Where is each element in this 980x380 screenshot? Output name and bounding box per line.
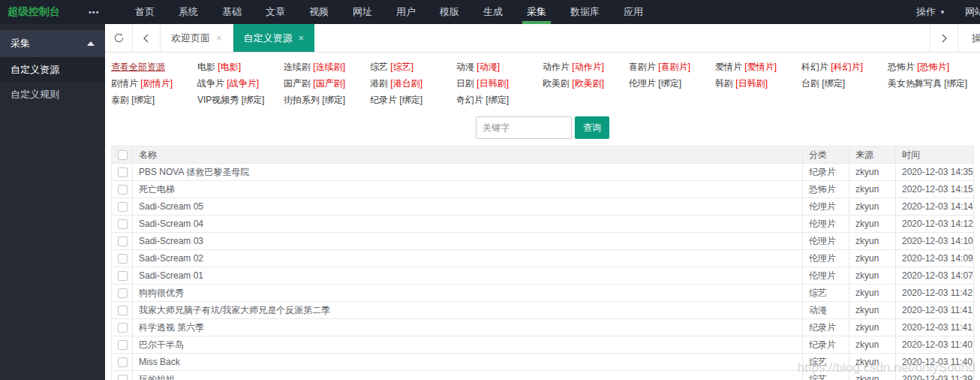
table-row[interactable]: Sadi-Scream 04伦理片zkyun2020-12-03 14:12:4… [112, 216, 974, 233]
row-checkbox[interactable] [118, 202, 128, 212]
nav-item-基础[interactable]: 基础 [210, 0, 254, 24]
category-link-街拍系列[interactable]: 街拍系列 [绑定] [284, 94, 370, 106]
nav-item-数据库[interactable]: 数据库 [558, 0, 612, 24]
sidebar-header-collapse[interactable]: 采集 [0, 30, 105, 57]
nav-item-用户[interactable]: 用户 [384, 0, 428, 24]
table-row[interactable]: 狗狗很优秀综艺zkyun2020-12-03 11:42:33 [112, 285, 974, 302]
tab-自定义资源[interactable]: 自定义资源× [233, 24, 315, 52]
table-row[interactable]: 死亡电梯恐怖片zkyun2020-12-03 14:15:13 [112, 181, 974, 198]
more-menu-icon[interactable]: ••• [89, 8, 123, 17]
category-link-日剧[interactable]: 日剧 [日韩剧] [456, 77, 543, 89]
table-row[interactable]: Sadi-Scream 01伦理片zkyun2020-12-03 14:07:1… [112, 267, 974, 285]
nav-item-应用[interactable]: 应用 [612, 0, 655, 24]
nav-item-视频[interactable]: 视频 [297, 0, 341, 24]
nav-item-首页[interactable]: 首页 [123, 0, 167, 24]
category-link-VIP视频秀[interactable]: VIP视频秀 [绑定] [197, 94, 284, 106]
category-link-剧情片[interactable]: 剧情片 [剧情片] [111, 77, 197, 89]
refresh-icon [113, 32, 125, 44]
row-checkbox[interactable] [118, 254, 128, 264]
cell-source: zkyun [849, 354, 896, 371]
search-button[interactable]: 查询 [575, 116, 609, 139]
nav-item-系统[interactable]: 系统 [167, 0, 210, 24]
cell-source: zkyun [849, 164, 896, 181]
keyword-input[interactable] [476, 116, 572, 139]
top-nav: 首页系统基础文章视频网址用户模版生成采集数据库应用 [123, 0, 655, 24]
select-all-checkbox[interactable] [118, 150, 128, 160]
row-checkbox[interactable] [118, 237, 128, 246]
category-link-电影[interactable]: 电影 [电影] [197, 61, 284, 73]
nav-item-采集[interactable]: 采集 [515, 0, 558, 24]
cell-source: zkyun [849, 216, 896, 233]
row-checkbox[interactable] [118, 185, 128, 195]
tab-actions-dropdown[interactable]: 操作 [957, 24, 980, 52]
category-name: 韩剧 [715, 78, 735, 89]
category-link-伦理片[interactable]: 伦理片 [绑定] [629, 77, 715, 89]
category-link-动作片[interactable]: 动作片 [动作片] [543, 61, 629, 73]
search-row: 查询 [105, 116, 980, 139]
category-link-韩剧[interactable]: 韩剧 [日韩剧] [715, 77, 801, 89]
cell-name: 科学透视 第六季 [133, 319, 803, 336]
refresh-tab-button[interactable] [105, 24, 133, 52]
table-row[interactable]: 科学透视 第六季纪录片zkyun2020-12-03 11:41:25 [112, 319, 974, 336]
category-link-科幻片[interactable]: 科幻片 [科幻片] [801, 61, 888, 73]
cell-time: 2020-12-03 14:09:06 [896, 250, 974, 267]
category-binding-tag: [喜剧片] [658, 62, 690, 72]
category-link-纪录片[interactable]: 纪录片 [绑定] [370, 94, 456, 106]
category-link-综艺[interactable]: 综艺 [综艺] [370, 61, 456, 73]
nav-item-生成[interactable]: 生成 [471, 0, 515, 24]
topbar-site-home-link[interactable]: 网站首页 [965, 5, 980, 19]
table-row[interactable]: PBS NOVA 拯救巴黎圣母院纪录片zkyun2020-12-03 14:35… [112, 164, 974, 181]
cell-time: 2020-12-03 11:41:49 [896, 302, 974, 319]
scroll-tabs-left-button[interactable] [133, 24, 161, 52]
cell-source: zkyun [849, 285, 896, 302]
category-link-泰剧[interactable]: 泰剧 [绑定] [111, 94, 197, 106]
category-link-港剧[interactable]: 港剧 [港台剧] [370, 77, 456, 89]
sidebar-item-自定义规则[interactable]: 自定义规则 [0, 82, 105, 107]
cell-name: Sadi-Scream 05 [133, 198, 803, 216]
category-link-台剧[interactable]: 台剧 [绑定] [801, 77, 888, 89]
category-binding-tag: [战争片] [227, 78, 259, 89]
nav-item-模版[interactable]: 模版 [428, 0, 471, 24]
sidebar-item-自定义资源[interactable]: 自定义资源 [0, 57, 105, 82]
category-binding-tag: [绑定] [242, 95, 265, 105]
scroll-tabs-right-button[interactable] [930, 24, 957, 52]
category-link-欧美剧[interactable]: 欧美剧 [欧美剧] [543, 77, 629, 89]
category-link-爱情片[interactable]: 爱情片 [爱情片] [715, 61, 801, 73]
topbar-action-dropdown[interactable]: 操作▼ [916, 5, 945, 19]
cell-category: 综艺 [803, 354, 849, 371]
row-checkbox[interactable] [118, 340, 128, 350]
category-binding-tag: [恐怖片] [917, 62, 949, 72]
table-row[interactable]: 巴尔干半岛纪录片zkyun2020-12-03 11:40:51 [112, 336, 974, 354]
row-checkbox[interactable] [118, 375, 128, 380]
nav-item-网址[interactable]: 网址 [341, 0, 384, 24]
category-link-战争片[interactable]: 战争片 [战争片] [197, 77, 284, 89]
tab-close-icon[interactable]: × [299, 32, 305, 44]
row-checkbox[interactable] [118, 323, 128, 333]
category-binding-tag: [港台剧] [390, 78, 422, 89]
category-link-奇幻片[interactable]: 奇幻片 [绑定] [456, 94, 543, 106]
table-row[interactable]: 玩的姐姐综艺zkyun2020-12-03 11:39:49 [112, 371, 974, 380]
table-row[interactable]: Sadi-Scream 03伦理片zkyun2020-12-03 14:10:4… [112, 233, 974, 250]
table-row[interactable]: Sadi-Scream 05伦理片zkyun2020-12-03 14:14:4… [112, 198, 974, 216]
row-checkbox[interactable] [118, 167, 128, 177]
tab-欢迎页面[interactable]: 欢迎页面× [161, 24, 233, 52]
category-name: 纪录片 [370, 95, 399, 105]
category-link-恐怖片[interactable]: 恐怖片 [恐怖片] [888, 61, 974, 73]
table-row[interactable]: Miss Back综艺zkyun2020-12-03 11:40:22 [112, 354, 974, 371]
category-link-国产剧[interactable]: 国产剧 [国产剧] [284, 77, 370, 89]
category-link-连续剧[interactable]: 连续剧 [连续剧] [284, 61, 370, 73]
tab-close-icon[interactable]: × [216, 32, 222, 44]
row-checkbox[interactable] [118, 288, 128, 298]
table-row[interactable]: Sadi-Scream 02伦理片zkyun2020-12-03 14:09:0… [112, 250, 974, 267]
category-link-美女热舞写真[interactable]: 美女热舞写真 [绑定] [888, 77, 974, 89]
row-checkbox[interactable] [118, 219, 128, 229]
row-checkbox[interactable] [118, 306, 128, 315]
category-link-喜剧片[interactable]: 喜剧片 [喜剧片] [629, 61, 715, 73]
table-row[interactable]: 我家大师兄脑子有坑/我家大师兄是个反派第二季动漫zkyun2020-12-03 … [112, 302, 974, 319]
category-link-动漫[interactable]: 动漫 [动漫] [456, 61, 543, 73]
row-checkbox[interactable] [118, 357, 128, 367]
row-checkbox[interactable] [118, 271, 128, 281]
category-link-查看全部资源[interactable]: 查看全部资源 [111, 61, 197, 73]
nav-item-文章[interactable]: 文章 [254, 0, 297, 24]
category-binding-tag: [剧情片] [140, 78, 173, 89]
